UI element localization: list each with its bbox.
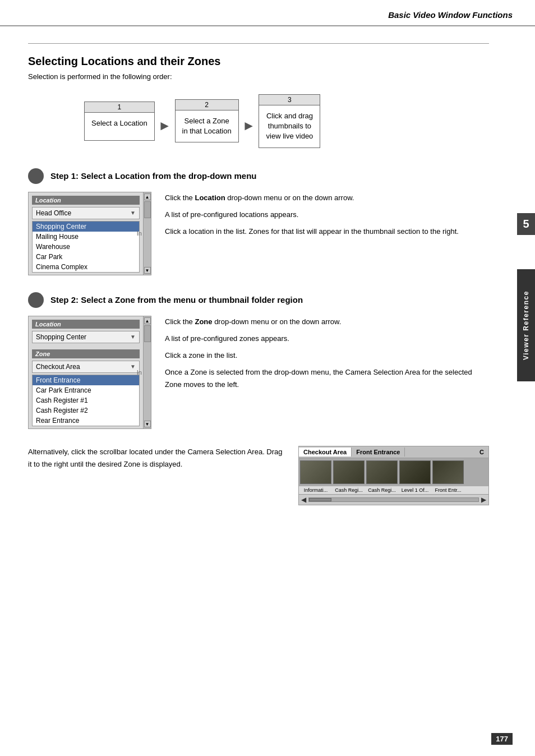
flow-step-2: 2 Select a Zonein that Location [175,99,239,142]
camera-labels: Informati... Cash Regi... Cash Regi... L… [299,486,488,494]
viewer-reference-sidebar: Viewer Reference [517,269,535,381]
step2-circle [28,292,44,308]
step-text-1: Select a Location [85,113,154,134]
step2-scroll-down[interactable]: ▼ [144,421,151,427]
camera-thumb-3[interactable] [366,460,398,484]
section-divider [28,43,489,44]
camera-scrollbar[interactable] [308,497,479,502]
step1-title: Step 1: Select a Location from the drop-… [50,171,257,181]
camera-label-3: Cash Regi... [366,487,398,493]
thumb-image-5 [433,461,463,483]
camera-label-4: Level 1 Of... [399,487,431,493]
bottom-text: Alternatively, click the scrollbar locat… [28,446,285,471]
list-item-car-park[interactable]: Car Park [33,252,139,262]
step-num-2: 2 [176,100,238,110]
step2-header: Step 2: Select a Zone from the menu or t… [28,292,489,308]
step1-content: Location Head Office ▼ Shopping Center M… [28,192,489,275]
list-item-front-entrance[interactable]: Front Entrance [33,375,139,385]
step1-scroll-thumb[interactable] [144,201,151,218]
step2-im-text: In [137,369,142,376]
page-number: 177 [491,733,513,745]
step1-dropdown[interactable]: Head Office ▼ [32,207,140,219]
camera-label-5: Front Entr... [432,487,464,493]
camera-panel-zone2: Front Entrance [352,448,405,457]
camera-thumb-5[interactable] [432,460,464,484]
step1-ui-inner: Location Head Office ▼ Shopping Center M… [29,192,143,275]
camera-panel-footer: ◀ ▶ [299,494,488,505]
step1-screenshot: Location Head Office ▼ Shopping Center M… [28,192,151,275]
step2-screenshot: Location Shopping Center ▼ Zone Checkout… [28,316,151,429]
step1-scrollbar[interactable]: ▲ ▼ [143,192,151,275]
camera-scroll-thumb[interactable] [309,498,331,501]
list-item-cash-reg-1[interactable]: Cash Register #1 [33,395,139,405]
camera-label-2: Cash Regi... [333,487,365,493]
step1-scroll-up[interactable]: ▲ [144,193,151,200]
step-text-3: Click and dragthumbnails toview live vid… [260,105,320,147]
bottom-paragraph: Alternatively, click the scrollbar locat… [28,446,285,471]
step1-desc-1: Click the Location drop-down menu or on … [165,192,489,204]
step1-dropdown-arrow: ▼ [130,210,136,216]
step2-content: Location Shopping Center ▼ Zone Checkout… [28,316,489,429]
step-text-2: Select a Zonein that Location [176,110,238,142]
step1-im-text: In [137,230,142,237]
flow-step-1: 1 Select a Location [84,102,155,141]
flow-arrow-2: ► [239,118,259,133]
camera-panel: Checkout Area Front Entrance C Informati… [298,446,489,505]
step2-desc-3: Click a zone in the list. [165,349,489,362]
list-item-rear-entrance[interactable]: Rear Entrance [33,416,139,426]
thumb-image-3 [367,461,397,483]
step2-description: Click the Zone drop-down menu or on the … [165,316,489,395]
location-bold: Location [195,193,225,202]
camera-thumbnails [299,458,488,486]
thumb-image-2 [334,461,364,483]
scroll-left-icon[interactable]: ◀ [301,496,306,504]
list-item-cash-reg-2[interactable]: Cash Register #2 [33,405,139,416]
step2-desc-1: Click the Zone drop-down menu or on the … [165,316,489,328]
step2-scrollbar[interactable]: ▲ ▼ [143,316,151,428]
step1-header: Step 1: Select a Location from the drop-… [28,168,489,184]
step2-desc-4: Once a Zone is selected from the drop-do… [165,366,489,391]
step2-zone-dropdown[interactable]: Checkout Area ▼ [32,361,140,373]
step2-zone-value: Checkout Area [36,363,80,371]
step1-desc-3: Click a location in the list. Zones for … [165,225,489,238]
flow-arrow-1: ► [155,118,175,133]
step2-location-arrow: ▼ [130,334,136,340]
camera-panel-right-btn[interactable]: C [475,448,488,457]
step2-zone-label: Zone [32,349,140,358]
step1-description: Click the Location drop-down menu or on … [165,192,489,242]
flow-step-3: 3 Click and dragthumbnails toview live v… [259,94,320,148]
list-item-mailing-house[interactable]: Mailing House [33,232,139,242]
section-subtitle: Selection is performed in the following … [28,72,489,81]
step1-list: Shopping Center Mailing House Warehouse … [32,221,140,273]
step2-location-label: Location [32,320,140,329]
step1-selected-value: Head Office [36,209,71,217]
camera-thumb-2[interactable] [333,460,365,484]
list-item-shopping-center[interactable]: Shopping Center [33,222,139,232]
step-num-3: 3 [259,95,320,105]
camera-thumb-4[interactable] [399,460,431,484]
camera-panel-header: Checkout Area Front Entrance C [299,446,488,458]
step1-scroll-down[interactable]: ▼ [144,267,151,274]
list-item-warehouse[interactable]: Warehouse [33,242,139,252]
zone-bold: Zone [195,317,212,326]
step1-desc-2: A list of pre-configured locations appea… [165,209,489,221]
camera-panel-spacer [405,448,475,457]
list-item-car-park-entrance[interactable]: Car Park Entrance [33,385,139,395]
camera-label-1: Informati... [300,487,331,493]
header-title: Basic Video Window Functions [388,10,513,20]
list-item-cinema-complex[interactable]: Cinema Complex [33,262,139,272]
scroll-right-icon[interactable]: ▶ [481,496,486,504]
bottom-section: Alternatively, click the scrollbar locat… [28,446,489,505]
step2-spacer [32,345,140,349]
flow-diagram: 1 Select a Location ► 2 Select a Zonein … [84,94,489,148]
step2-location-dropdown[interactable]: Shopping Center ▼ [32,331,140,343]
step2-location-value: Shopping Center [36,333,86,341]
camera-thumb-1[interactable] [300,460,331,484]
camera-panel-zone1: Checkout Area [299,448,352,457]
thumb-image-1 [301,461,331,483]
thumb-image-4 [400,461,430,483]
chapter-number: 5 [517,213,535,235]
step2-scroll-up[interactable]: ▲ [144,317,151,324]
page-header: Basic Video Window Functions [0,0,535,26]
step2-scroll-thumb[interactable] [144,325,151,342]
